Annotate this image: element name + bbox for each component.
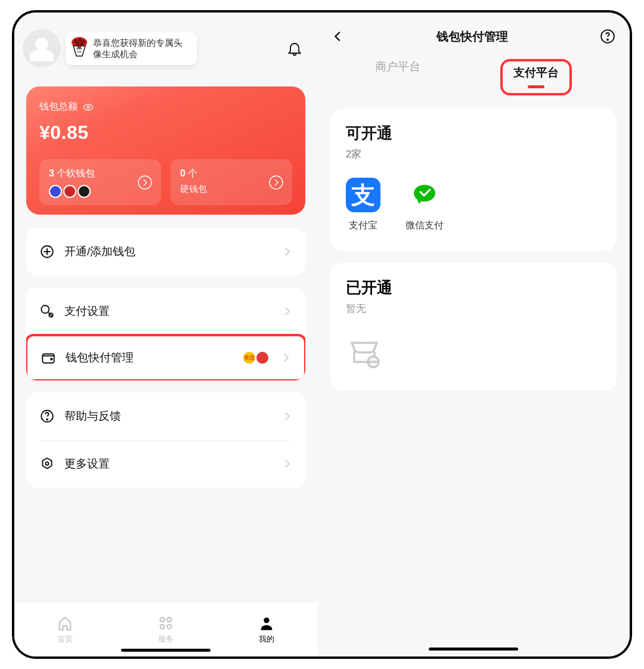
left-panel: 恭喜您获得新的专属头像生成机会 钱包总额 ¥0.85 3 个软钱包 — [14, 13, 317, 656]
eye-icon[interactable] — [82, 101, 94, 113]
wechat-pay-item[interactable]: 微信支付 — [405, 178, 444, 232]
wallet-card[interactable]: 钱包总额 ¥0.85 3 个软钱包 0 个 硬钱包 — [26, 86, 305, 215]
chevron-right-icon — [281, 353, 291, 363]
svg-point-2 — [78, 38, 82, 41]
svg-point-23 — [264, 617, 270, 622]
svg-point-15 — [51, 358, 52, 360]
menu-add-wallet[interactable]: 开通/添加钱包 — [26, 228, 305, 275]
avatar-promo-text: 恭喜您获得新的专属头像生成机会 — [93, 38, 182, 60]
openable-count: 2家 — [346, 147, 601, 161]
svg-point-19 — [160, 617, 165, 621]
bouquet-icon — [69, 36, 89, 57]
alipay-icon: 支 — [346, 178, 380, 212]
avatar[interactable] — [23, 29, 61, 67]
chevron-right-icon — [283, 306, 292, 316]
svg-point-9 — [138, 176, 151, 189]
opened-none: 暂无 — [346, 302, 601, 315]
wallet-amount: ¥0.85 — [39, 122, 292, 144]
svg-point-26 — [414, 185, 435, 202]
opened-card: 已开通 暂无 — [330, 263, 617, 391]
svg-point-18 — [45, 462, 48, 465]
wallet-icon — [41, 350, 56, 366]
svg-point-8 — [87, 106, 89, 109]
settings-badge-icon — [39, 303, 55, 319]
quickpay-badges: 美团 — [243, 352, 268, 364]
home-icon — [57, 615, 73, 631]
svg-point-10 — [270, 176, 283, 189]
wechat-pay-icon — [407, 178, 442, 212]
avatar-promo-bubble[interactable]: 恭喜您获得新的专属头像生成机会 — [66, 32, 197, 65]
soft-wallet-block[interactable]: 3 个软钱包 — [39, 159, 161, 205]
right-panel: 钱包快付管理 商户平台 支付平台 可开通 2家 支 支付宝 — [317, 13, 630, 656]
menu-payment-settings[interactable]: 支付设置 — [26, 287, 305, 335]
menu-help-feedback[interactable]: 帮助与反馈 — [26, 392, 305, 440]
openable-card: 可开通 2家 支 支付宝 微信支付 — [330, 109, 617, 251]
help-circle-icon — [39, 408, 55, 424]
chevron-right-icon — [283, 459, 292, 469]
back-icon[interactable] — [332, 30, 345, 43]
bottom-tabbar: 首页 服务 我的 — [14, 602, 317, 656]
opened-title: 已开通 — [346, 277, 601, 298]
svg-point-25 — [607, 39, 608, 40]
person-icon — [258, 615, 275, 631]
tab-underline — [528, 85, 544, 88]
plus-circle-icon — [39, 244, 55, 259]
menu-more-settings[interactable]: 更多设置 — [26, 440, 305, 488]
alipay-item[interactable]: 支 支付宝 — [346, 178, 380, 232]
page-title: 钱包快付管理 — [436, 29, 508, 45]
notification-icon[interactable] — [286, 40, 303, 57]
menu-quickpay-management[interactable]: 钱包快付管理 美团 — [26, 334, 305, 380]
svg-point-7 — [84, 104, 93, 110]
grid-icon — [157, 615, 174, 631]
openable-title: 可开通 — [346, 123, 601, 144]
chevron-right-icon — [283, 411, 292, 421]
tab-payment-platform[interactable]: 支付平台 — [500, 59, 572, 95]
soft-wallet-logos — [49, 185, 151, 198]
home-indicator — [429, 648, 518, 651]
svg-rect-6 — [78, 47, 81, 48]
svg-point-21 — [160, 624, 165, 628]
svg-point-5 — [80, 42, 83, 45]
help-circle-icon[interactable] — [600, 29, 615, 44]
svg-point-17 — [47, 419, 48, 420]
svg-point-4 — [76, 41, 79, 45]
wallet-balance-label: 钱包总额 — [39, 101, 78, 113]
tab-service[interactable]: 服务 — [157, 615, 174, 645]
tab-home[interactable]: 首页 — [57, 615, 73, 645]
svg-point-22 — [167, 624, 171, 628]
arrow-right-icon — [268, 175, 284, 190]
tab-mine[interactable]: 我的 — [258, 615, 275, 645]
chevron-right-icon — [283, 247, 292, 256]
tab-merchant-platform[interactable]: 商户平台 — [375, 59, 420, 95]
hard-wallet-block[interactable]: 0 个 硬钱包 — [171, 159, 292, 205]
svg-point-12 — [41, 305, 49, 313]
gear-hex-icon — [39, 456, 55, 472]
empty-store-icon — [346, 332, 383, 369]
svg-point-20 — [167, 617, 171, 621]
arrow-right-icon — [137, 175, 153, 190]
home-indicator — [121, 649, 210, 652]
